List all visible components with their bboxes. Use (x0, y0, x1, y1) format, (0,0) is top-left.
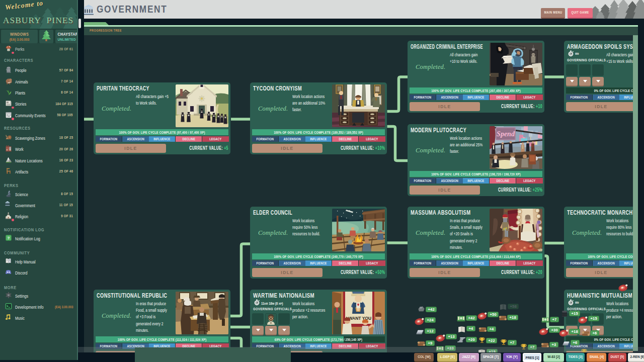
svg-text:Spend: Spend (497, 130, 515, 138)
svg-text:?: ? (8, 235, 10, 240)
